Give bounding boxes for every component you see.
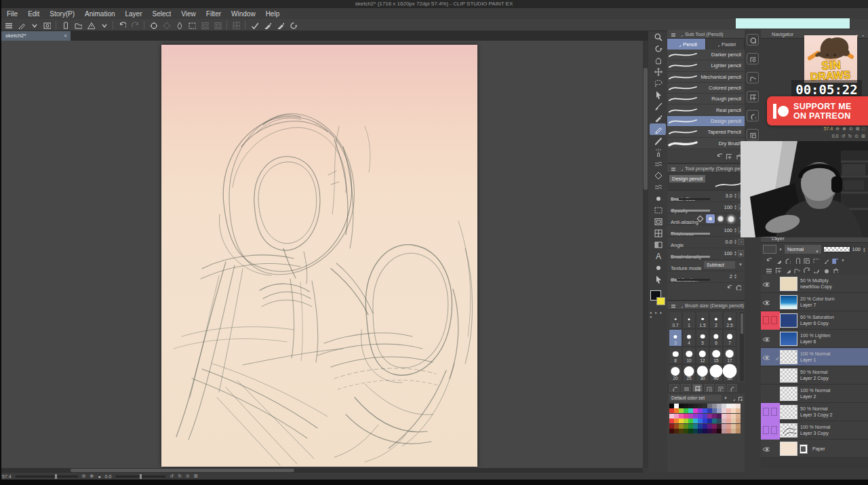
- color-swatch[interactable]: [717, 419, 722, 423]
- color-wheel-tab[interactable]: [669, 384, 679, 392]
- clear-icon[interactable]: [148, 20, 159, 30]
- color-swatch[interactable]: [698, 424, 703, 429]
- spinner-icon[interactable]: ▲▼: [734, 250, 737, 256]
- zoom-fit-icon[interactable]: ●: [98, 474, 100, 479]
- color-swatch[interactable]: [731, 424, 736, 429]
- layer-row[interactable]: 50 % Normal Layer 2 Copy: [761, 366, 868, 385]
- brush-size-preset-7[interactable]: 7: [723, 329, 736, 347]
- brush-size-preset-4[interactable]: 4: [682, 329, 696, 347]
- layer-row[interactable]: Paper: [761, 440, 868, 458]
- tool-zoom[interactable]: [650, 31, 666, 43]
- nav-reset-icon[interactable]: ⊙: [854, 134, 859, 139]
- layer-visibility-toggle[interactable]: [761, 277, 771, 290]
- color-swatch[interactable]: [698, 404, 703, 408]
- spinner-icon[interactable]: ▲▼: [734, 204, 737, 210]
- color-swatch[interactable]: [703, 414, 707, 419]
- zoom-out-icon[interactable]: ⊖: [82, 473, 86, 479]
- material-panel-icon[interactable]: [747, 129, 759, 140]
- deselect-icon[interactable]: [199, 20, 210, 30]
- color-swatch[interactable]: [707, 404, 712, 408]
- document-tab[interactable]: sketch2* ×: [1, 31, 71, 41]
- color-swatch[interactable]: [674, 424, 679, 429]
- color-swatch[interactable]: [712, 408, 717, 413]
- color-swatch[interactable]: [722, 429, 726, 433]
- background-color-swatch[interactable]: [656, 297, 665, 305]
- nav-mirror-icon[interactable]: ⊞: [861, 134, 865, 139]
- delete-layer-icon[interactable]: [831, 267, 838, 273]
- information-panel-icon[interactable]: [747, 91, 759, 102]
- sub-tool-tab-pastel[interactable]: Pastel: [706, 39, 745, 50]
- layer-row[interactable]: 50 % Normal Layer 3 Copy 2: [761, 403, 868, 421]
- color-swatch[interactable]: [684, 414, 688, 419]
- layer-row[interactable]: 100 % Normal Layer 3 Copy: [761, 421, 868, 440]
- snap-ruler-icon[interactable]: [262, 20, 273, 30]
- menu-item-file[interactable]: File: [7, 10, 18, 18]
- color-swatch[interactable]: [698, 414, 703, 419]
- snap-check-icon[interactable]: [249, 20, 260, 30]
- layer-thumbnail[interactable]: [780, 313, 797, 328]
- color-swatch[interactable]: [684, 424, 688, 429]
- sub-tool-item-mechanical-pencil[interactable]: Mechanical pencil: [667, 72, 745, 83]
- layer-palette-mark[interactable]: [761, 421, 780, 440]
- aa-weak-option[interactable]: [706, 214, 715, 223]
- edit-color-set-icon[interactable]: [730, 395, 735, 401]
- color-swatch[interactable]: [669, 404, 674, 408]
- nav-zoom-out-icon[interactable]: ⊖: [835, 126, 840, 132]
- sub-tool-panel-header[interactable]: Sub Tool (Pencil): [667, 30, 745, 39]
- menu-item-edit[interactable]: Edit: [28, 10, 39, 18]
- clear-dim-icon[interactable]: [161, 20, 172, 30]
- tool-pencil[interactable]: [650, 123, 666, 135]
- nav-zoom-in-icon[interactable]: ⊕: [842, 126, 846, 132]
- color-swatch[interactable]: [731, 414, 736, 419]
- tool-hand[interactable]: [650, 54, 666, 66]
- sub-tool-item-rough-pencil[interactable]: Rough pencil: [667, 94, 745, 104]
- color-swatch[interactable]: [698, 429, 703, 433]
- mask-icon[interactable]: [812, 257, 819, 264]
- color-swatch[interactable]: [726, 408, 731, 413]
- menu-item-filter[interactable]: Filter: [206, 10, 221, 18]
- color-swatch[interactable]: [679, 424, 684, 429]
- blend-mode-dropdown[interactable]: Normal▼: [785, 245, 821, 254]
- color-swatch[interactable]: [679, 404, 684, 408]
- color-swatch[interactable]: [712, 404, 717, 408]
- brush-size-preset-8[interactable]: 8: [669, 347, 682, 364]
- new-folder-icon[interactable]: [793, 267, 800, 273]
- transfer-to-lower-icon[interactable]: [803, 267, 810, 273]
- layer-name[interactable]: Layer 6 Copy: [800, 320, 868, 326]
- color-swatch[interactable]: [688, 404, 693, 408]
- color-swatch[interactable]: [674, 414, 679, 419]
- density-dynamics-button[interactable]: ▲: [738, 250, 744, 256]
- tab-close-icon[interactable]: ×: [64, 31, 67, 41]
- brush-size-preset-2[interactable]: 2: [709, 311, 723, 329]
- color-swatch[interactable]: [731, 404, 736, 408]
- color-swatch[interactable]: [736, 419, 741, 423]
- tool-brush[interactable]: [650, 135, 666, 147]
- color-swatch[interactable]: [669, 419, 674, 423]
- canvas-horizontal-scrollbar[interactable]: [1, 468, 643, 473]
- color-swatch[interactable]: [703, 424, 707, 429]
- aa-none-option[interactable]: [696, 214, 705, 223]
- color-swatch[interactable]: [712, 419, 717, 423]
- brush-size-preset-2.5[interactable]: 2.5: [723, 311, 736, 329]
- tool-move[interactable]: [650, 66, 666, 77]
- sub-tool-item-dry-brush[interactable]: Dry Brush: [667, 138, 745, 149]
- layer-visibility-toggle[interactable]: [761, 442, 771, 454]
- brush-size-preset-30[interactable]: 30: [696, 364, 709, 382]
- color-swatch[interactable]: [736, 404, 741, 408]
- color-swatch[interactable]: [674, 419, 679, 423]
- color-swatch[interactable]: [684, 429, 688, 433]
- tool-frame-border[interactable]: [650, 227, 666, 239]
- anti-aliasing-row[interactable]: Anti-aliasing ▼: [667, 214, 745, 225]
- nav-fit-icon[interactable]: ⊙: [849, 126, 853, 132]
- brush-size-preset-25[interactable]: 25: [682, 364, 696, 382]
- nav-rotate-left-icon[interactable]: ↺: [842, 134, 846, 139]
- tool-gradient[interactable]: [650, 239, 666, 250]
- color-swatch[interactable]: [693, 424, 698, 429]
- combine-preview-icon[interactable]: [831, 257, 838, 264]
- color-slider-tab[interactable]: [681, 384, 691, 392]
- color-swatch[interactable]: [698, 408, 703, 413]
- layer-opacity-slider[interactable]: [823, 246, 850, 252]
- angle-dial-button[interactable]: ◔: [738, 239, 744, 245]
- layer-thumbnail[interactable]: [780, 387, 797, 401]
- tool-selection[interactable]: [650, 77, 666, 89]
